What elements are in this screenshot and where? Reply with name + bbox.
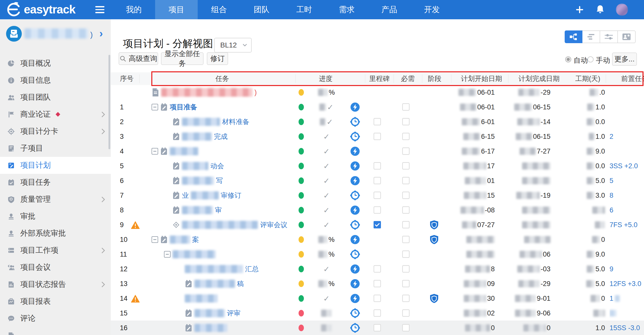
task-link[interactable]: 汇总 — [245, 264, 259, 274]
predecessor-cell[interactable]: 9 — [610, 262, 643, 276]
predecessor-link[interactable]: 5 — [610, 177, 613, 185]
required-checkbox[interactable] — [402, 265, 410, 273]
table-row[interactable]: 5动会✓170.03SS +2.0 — [111, 159, 644, 174]
required-checkbox[interactable] — [402, 221, 410, 228]
predecessor-cell[interactable]: 1 — [610, 291, 643, 306]
required-checkbox[interactable] — [402, 147, 410, 155]
sidebar-item[interactable] — [0, 327, 111, 335]
nav-item[interactable]: 组合 — [198, 0, 240, 19]
sidebar-item[interactable]: 项目计划 — [0, 157, 111, 174]
milestone-checkbox[interactable] — [374, 177, 381, 184]
predecessor-cell[interactable]: 2 — [610, 129, 643, 144]
predecessor-cell[interactable]: 7FS +5.0 — [610, 217, 643, 232]
milestone-checkbox[interactable] — [374, 162, 381, 170]
predecessor-link[interactable]: 7FS +5.0 — [610, 221, 637, 229]
user-avatar[interactable] — [616, 4, 628, 16]
table-row[interactable]: 4✓6-177-279.0 — [111, 144, 644, 159]
table-row[interactable]: 10案%0 — [111, 232, 644, 247]
sidebar-item[interactable]: 商业论证 — [0, 106, 111, 123]
view-toggle[interactable] — [565, 30, 582, 43]
task-link[interactable]: 案 — [192, 235, 199, 244]
milestone-checkbox[interactable] — [374, 265, 381, 273]
table-row[interactable]: 7业审修订✓15-193.08 — [111, 188, 644, 203]
required-checkbox[interactable] — [402, 309, 410, 317]
predecessor-link[interactable]: 12FS +3.0 — [610, 280, 641, 288]
milestone-checkbox[interactable] — [374, 280, 381, 287]
required-checkbox[interactable] — [402, 118, 410, 125]
milestone-checkbox[interactable] — [374, 192, 381, 199]
task-link[interactable]: 评审 — [227, 309, 241, 318]
table-row[interactable]: 14✓309-0101 — [111, 291, 644, 306]
sidebar-item[interactable]: 外部系统审批 — [0, 225, 111, 242]
sidebar-item[interactable]: 质量管理 — [0, 191, 111, 208]
nav-item[interactable]: 项目 — [155, 0, 198, 19]
predecessor-link[interactable]: 3SS +2.0 — [610, 162, 638, 170]
view-toggle[interactable] — [582, 30, 600, 43]
task-link[interactable]: 写 — [216, 176, 223, 185]
predecessor-cell[interactable]: 15SS -3.0 — [610, 321, 643, 335]
table-row[interactable]: 9评审会议✓07-277FS +5.0 — [111, 217, 644, 232]
predecessor-link[interactable]: 15SS -3.0 — [610, 324, 640, 332]
show-all-tasks-button[interactable]: 显示全部任务 — [161, 52, 204, 65]
required-checkbox[interactable] — [402, 162, 410, 170]
chevron-right-icon[interactable] — [101, 128, 105, 137]
collapse-toggle-icon[interactable] — [152, 236, 158, 243]
required-checkbox[interactable] — [402, 177, 410, 184]
predecessor-link[interactable]: 6 — [610, 206, 613, 214]
view-toggle[interactable] — [618, 30, 636, 43]
bell-icon[interactable] — [596, 5, 605, 15]
revise-button[interactable]: 修订 — [207, 52, 228, 65]
table-row[interactable]: 12汇总✓8-035.09 — [111, 262, 644, 277]
nav-item[interactable]: 开发 — [411, 0, 453, 19]
predecessor-cell[interactable]: 8 — [610, 188, 643, 203]
nav-item[interactable]: 团队 — [240, 0, 283, 19]
menu-icon[interactable] — [95, 6, 104, 13]
table-row[interactable]: 16001.015SS -3.0 — [111, 321, 644, 335]
required-checkbox[interactable] — [402, 206, 410, 214]
sidebar-item[interactable]: 审批 — [0, 208, 111, 225]
view-toggle[interactable] — [600, 30, 618, 43]
sidebar-item[interactable]: 项目任务 — [0, 174, 111, 191]
collapse-toggle-icon[interactable] — [164, 251, 171, 258]
predecessor-link[interactable]: 8 — [610, 192, 613, 199]
sidebar-item[interactable]: 子项目 — [0, 140, 111, 157]
predecessor-cell[interactable]: 5 — [610, 173, 643, 188]
nav-item[interactable]: 产品 — [368, 0, 411, 19]
nav-item[interactable]: 我的 — [113, 0, 155, 19]
baseline-select[interactable]: BL12 — [214, 38, 252, 53]
table-row[interactable]: 8审✓-086 — [111, 203, 644, 218]
predecessor-link[interactable]: 9 — [610, 265, 613, 273]
chevron-right-icon[interactable] — [101, 196, 105, 205]
table-row[interactable]: 13稿%09-295.012FS +3.0 — [111, 276, 644, 291]
table-row[interactable]: 6写✓015.05 — [111, 173, 644, 188]
collapse-toggle-icon[interactable] — [152, 104, 158, 110]
predecessor-cell[interactable]: 3SS +2.0 — [610, 159, 643, 173]
milestone-checkbox[interactable] — [374, 133, 381, 140]
sidebar-item[interactable]: 项目会议 — [0, 259, 111, 276]
milestone-checkbox[interactable] — [374, 206, 381, 214]
nav-item[interactable]: 工时 — [283, 0, 325, 19]
milestone-checkbox[interactable] — [374, 309, 381, 317]
sidebar-item[interactable]: 项目团队 — [0, 89, 111, 106]
sidebar-item[interactable]: 项目信息 — [0, 72, 111, 89]
task-link[interactable]: 材料准备 — [222, 117, 249, 126]
required-checkbox[interactable] — [402, 324, 410, 331]
table-row[interactable]: 3完成✓6-1506-151.02 — [111, 129, 644, 144]
table-row[interactable]: 1项目准备✓06-0106-151.0 — [111, 100, 644, 115]
required-checkbox[interactable] — [402, 103, 410, 111]
task-link[interactable]: 完成 — [214, 132, 228, 141]
milestone-checkbox[interactable] — [374, 221, 381, 228]
milestone-checkbox[interactable] — [374, 118, 381, 125]
required-checkbox[interactable] — [402, 250, 410, 258]
table-row[interactable]: 11%069.0 — [111, 247, 644, 262]
task-link[interactable]: 审 — [215, 206, 222, 215]
chevron-right-icon[interactable] — [101, 247, 105, 256]
sidebar-item[interactable]: 项目计分卡 — [0, 123, 111, 140]
milestone-checkbox[interactable] — [374, 295, 381, 302]
more-button[interactable]: 更多... — [612, 53, 637, 66]
predecessor-link[interactable]: 2 — [610, 133, 613, 141]
table-row[interactable]: 2材料准备✓6-01-140.0 — [111, 114, 644, 129]
sidebar-scrollbar[interactable] — [108, 55, 110, 149]
task-link[interactable]: 业 — [182, 191, 189, 200]
predecessor-link[interactable]: 1 — [610, 295, 613, 303]
